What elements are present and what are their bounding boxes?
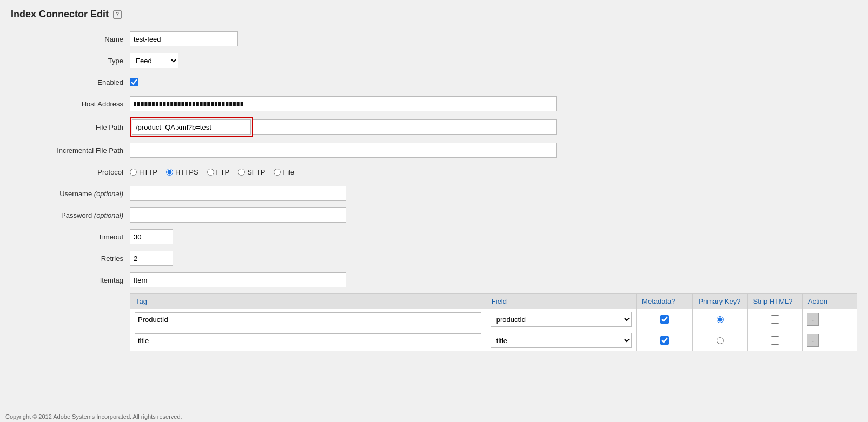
tag-cell-1 bbox=[130, 309, 486, 330]
protocol-sftp-option[interactable]: SFTP bbox=[238, 168, 265, 176]
host-address-row: Host Address bbox=[11, 96, 857, 112]
timeout-label: Timeout bbox=[11, 233, 130, 241]
strip-html-checkbox-1[interactable] bbox=[771, 315, 779, 324]
field-select-1[interactable]: productId title description price url im… bbox=[491, 312, 632, 327]
retries-row: Retries bbox=[11, 250, 857, 266]
username-label: Username (optional) bbox=[11, 190, 130, 198]
protocol-file-radio[interactable] bbox=[274, 169, 281, 176]
protocol-ftp-label: FTP bbox=[216, 168, 230, 176]
col-tag: Tag bbox=[130, 294, 486, 309]
protocol-row: Protocol HTTP HTTPS FTP SFTP bbox=[11, 164, 857, 180]
protocol-http-label: HTTP bbox=[139, 168, 157, 176]
tag-cell-2 bbox=[130, 330, 486, 351]
password-row: Password (optional) bbox=[11, 207, 857, 223]
retries-label: Retries bbox=[11, 254, 130, 263]
protocol-ftp-option[interactable]: FTP bbox=[207, 168, 230, 176]
file-path-input[interactable] bbox=[132, 119, 251, 135]
protocol-https-option[interactable]: HTTPS bbox=[166, 168, 198, 176]
table-body: productId title description price url im… bbox=[130, 309, 857, 351]
table-header: Tag Field Metadata? Primary Key? Strip H… bbox=[130, 294, 857, 309]
incremental-file-path-input[interactable] bbox=[130, 143, 557, 158]
page-title-container: Index Connector Edit ? bbox=[0, 0, 868, 25]
metadata-cell-2 bbox=[637, 330, 693, 351]
password-input[interactable] bbox=[130, 207, 346, 223]
strip-html-checkbox-2[interactable] bbox=[771, 336, 779, 345]
protocol-label: Protocol bbox=[11, 168, 130, 176]
page-title: Index Connector Edit bbox=[11, 9, 109, 20]
col-strip-html: Strip HTML? bbox=[747, 294, 802, 309]
username-row: Username (optional) bbox=[11, 185, 857, 202]
table-row: productId title description price url im… bbox=[130, 309, 857, 330]
enabled-checkbox-wrapper bbox=[130, 78, 138, 86]
protocol-file-label: File bbox=[283, 168, 294, 176]
incremental-file-path-row: Incremental File Path bbox=[11, 142, 857, 158]
form-container: Name Type Feed Database XML Enabled Host… bbox=[0, 25, 868, 362]
field-select-2[interactable]: productId title description price url im… bbox=[491, 333, 632, 348]
protocol-ftp-radio[interactable] bbox=[207, 169, 214, 176]
col-metadata: Metadata? bbox=[637, 294, 693, 309]
name-label: Name bbox=[11, 35, 130, 43]
action-cell-1: - bbox=[802, 309, 857, 330]
tag-input-2[interactable] bbox=[135, 333, 481, 347]
protocol-https-label: HTTPS bbox=[175, 168, 198, 176]
name-input[interactable] bbox=[130, 31, 238, 46]
file-path-rest-input[interactable] bbox=[253, 119, 557, 135]
retries-input[interactable] bbox=[130, 251, 173, 266]
enabled-label: Enabled bbox=[11, 78, 130, 86]
protocol-https-radio[interactable] bbox=[166, 169, 173, 176]
host-address-label: Host Address bbox=[11, 100, 130, 108]
table-row: productId title description price url im… bbox=[130, 330, 857, 351]
remove-button-2[interactable]: - bbox=[807, 334, 819, 347]
type-row: Type Feed Database XML bbox=[11, 52, 857, 69]
primary-key-cell-2 bbox=[693, 330, 747, 351]
protocol-sftp-radio[interactable] bbox=[238, 169, 245, 176]
table-section: Tag Field Metadata? Primary Key? Strip H… bbox=[130, 293, 857, 351]
enabled-checkbox[interactable] bbox=[130, 78, 138, 86]
protocol-http-radio[interactable] bbox=[130, 169, 137, 176]
timeout-row: Timeout bbox=[11, 229, 857, 245]
metadata-checkbox-2[interactable] bbox=[660, 336, 669, 345]
page-wrapper: Index Connector Edit ? Name Type Feed Da… bbox=[0, 0, 868, 422]
help-icon[interactable]: ? bbox=[113, 10, 122, 19]
protocol-file-option[interactable]: File bbox=[274, 168, 294, 176]
password-label: Password (optional) bbox=[11, 211, 130, 219]
itemtag-label: Itemtag bbox=[11, 276, 130, 284]
col-action: Action bbox=[802, 294, 857, 309]
enabled-row: Enabled bbox=[11, 74, 857, 90]
name-row: Name bbox=[11, 31, 857, 47]
itemtag-row: Itemtag bbox=[11, 272, 857, 288]
metadata-cell-1 bbox=[637, 309, 693, 330]
data-table: Tag Field Metadata? Primary Key? Strip H… bbox=[130, 293, 857, 351]
protocol-http-option[interactable]: HTTP bbox=[130, 168, 157, 176]
action-cell-2: - bbox=[802, 330, 857, 351]
strip-html-cell-1 bbox=[747, 309, 802, 330]
protocol-sftp-label: SFTP bbox=[247, 168, 265, 176]
tag-input-1[interactable] bbox=[135, 312, 481, 326]
table-header-row: Tag Field Metadata? Primary Key? Strip H… bbox=[130, 294, 857, 309]
type-select[interactable]: Feed Database XML bbox=[130, 53, 178, 68]
protocol-radio-group: HTTP HTTPS FTP SFTP File bbox=[130, 168, 294, 176]
incremental-file-path-label: Incremental File Path bbox=[11, 146, 130, 155]
type-label: Type bbox=[11, 57, 130, 65]
username-input[interactable] bbox=[130, 186, 346, 201]
primary-key-cell-1 bbox=[693, 309, 747, 330]
type-select-wrapper: Feed Database XML bbox=[130, 53, 178, 68]
footer-text: Copyright © 2012 Adobe Systems Incorpora… bbox=[5, 413, 182, 420]
file-path-label: File Path bbox=[11, 123, 130, 131]
metadata-checkbox-1[interactable] bbox=[660, 315, 669, 324]
col-primary-key: Primary Key? bbox=[693, 294, 747, 309]
host-address-input[interactable] bbox=[130, 96, 557, 111]
timeout-input[interactable] bbox=[130, 229, 173, 244]
footer: Copyright © 2012 Adobe Systems Incorpora… bbox=[0, 411, 868, 422]
file-path-row: File Path bbox=[11, 117, 857, 137]
field-cell-2: productId title description price url im… bbox=[486, 330, 636, 351]
remove-button-1[interactable]: - bbox=[807, 313, 819, 326]
file-path-highlight bbox=[130, 117, 253, 137]
col-field: Field bbox=[486, 294, 636, 309]
itemtag-input[interactable] bbox=[130, 272, 346, 287]
primary-key-radio-2[interactable] bbox=[717, 337, 724, 344]
field-cell-1: productId title description price url im… bbox=[486, 309, 636, 330]
strip-html-cell-2 bbox=[747, 330, 802, 351]
primary-key-radio-1[interactable] bbox=[717, 316, 724, 323]
